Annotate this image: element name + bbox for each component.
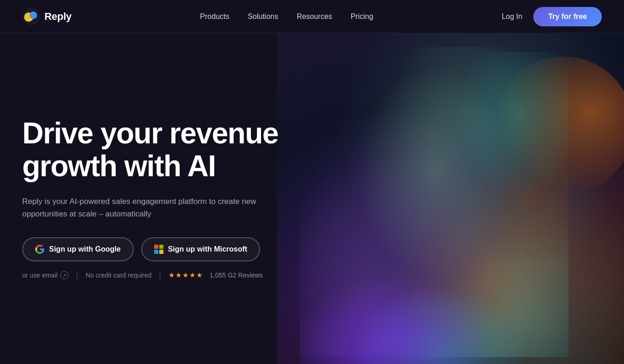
energy-glow bbox=[300, 248, 531, 364]
hero-section: Drive your revenue growth with AI Reply … bbox=[0, 33, 624, 364]
no-credit-card: No credit card required bbox=[86, 271, 151, 279]
microsoft-icon bbox=[154, 245, 163, 254]
hero-title: Drive your revenue growth with AI bbox=[22, 117, 278, 182]
hero-content: Drive your revenue growth with AI Reply … bbox=[0, 117, 278, 280]
microsoft-signup-button[interactable]: Sign up with Microsoft bbox=[141, 237, 261, 261]
logo[interactable]: Reply bbox=[22, 8, 71, 25]
navbar: Reply Products Solutions Resources Prici… bbox=[0, 0, 624, 33]
hero-illustration bbox=[277, 33, 624, 364]
email-arrow-icon: ↗ bbox=[60, 271, 69, 279]
meta-divider-2: | bbox=[159, 271, 161, 280]
reviews-count: 1,055 G2 Reviews bbox=[210, 271, 262, 279]
mechanical-overlay bbox=[406, 52, 568, 260]
nav-item-resources[interactable]: Resources bbox=[297, 12, 332, 21]
google-icon bbox=[35, 245, 44, 254]
meta-divider-1: | bbox=[76, 271, 78, 280]
login-button[interactable]: Log In bbox=[502, 12, 522, 21]
logo-text: Reply bbox=[44, 11, 71, 23]
nav-item-solutions[interactable]: Solutions bbox=[248, 12, 278, 21]
hero-meta: or use email ↗ | No credit card required… bbox=[22, 271, 278, 280]
nav-item-pricing[interactable]: Pricing bbox=[350, 12, 373, 21]
google-signup-button[interactable]: Sign up with Google bbox=[22, 237, 134, 261]
hero-subtitle: Reply is your AI-powered sales engagemen… bbox=[22, 195, 272, 220]
svg-point-2 bbox=[30, 12, 37, 19]
nav-links: Products Solutions Resources Pricing bbox=[200, 12, 373, 21]
nav-right: Log In Try for free bbox=[502, 7, 602, 26]
star-rating: ★ ★ ★ ★ ★ bbox=[168, 271, 202, 279]
or-use-email[interactable]: or use email ↗ bbox=[22, 271, 69, 279]
reply-logo-icon bbox=[22, 8, 40, 25]
nav-item-products[interactable]: Products bbox=[200, 12, 229, 21]
try-free-button[interactable]: Try for free bbox=[533, 7, 602, 26]
hero-buttons: Sign up with Google Sign up with Microso… bbox=[22, 237, 278, 261]
